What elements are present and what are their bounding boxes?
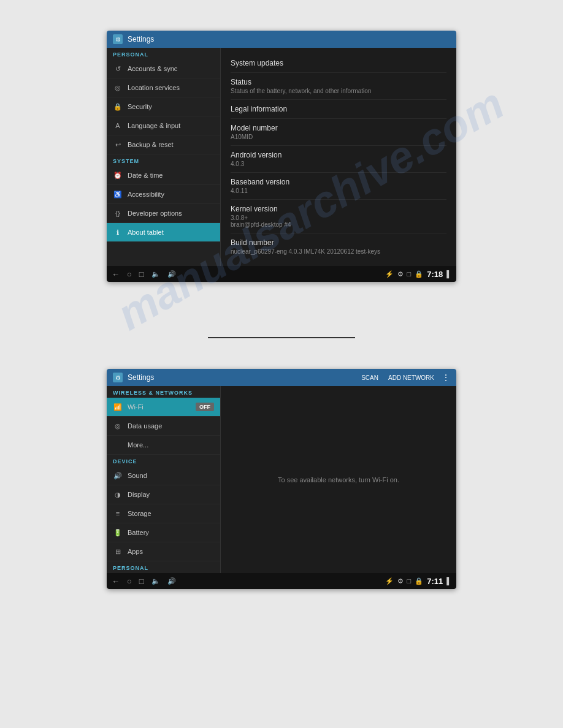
section-personal: PERSONAL (107, 48, 220, 59)
sidebar-item-storage[interactable]: ≡ Storage (107, 504, 220, 523)
sidebar-label-storage: Storage (128, 510, 151, 517)
vol-down-icon[interactable]: 🔈 (151, 270, 160, 278)
sidebar-item-about[interactable]: ℹ About tablet (107, 223, 220, 242)
sidebar-item-location[interactable]: ◎ Location services (107, 78, 220, 97)
recents-icon[interactable]: □ (139, 270, 144, 279)
title-bar-text: Settings (128, 35, 154, 44)
vol-up-icon[interactable]: 🔊 (167, 270, 176, 278)
kernel-title: Kernel version (231, 205, 446, 213)
status-bar-right-1: ⚡ ⚙ □ 🔒 7:18 ▌ (385, 270, 451, 279)
screenshot-1: ⚙ Settings PERSONAL ↺ Accounts & sync ◎ … (107, 31, 456, 282)
status-subtitle: Status of the battery, network, and othe… (231, 88, 446, 94)
scan-button[interactable]: SCAN (361, 374, 378, 381)
sidebar-label-data-usage: Data usage (128, 422, 162, 430)
accessibility-icon: ♿ (113, 189, 123, 199)
wifi-message: To see available networks, turn Wi-Fi on… (220, 386, 456, 573)
system-updates-title: System updates (231, 59, 446, 67)
battery-icon: ▌ (446, 270, 451, 278)
settings-icon: ⚙ (113, 34, 123, 44)
sidebar-1: PERSONAL ↺ Accounts & sync ◎ Location se… (107, 48, 220, 266)
model-value: A10MID (231, 134, 446, 140)
sidebar-item-developer[interactable]: {} Developer options (107, 204, 220, 223)
storage-icon: ≡ (113, 509, 123, 518)
info-build: Build number nuclear_p60297-eng 4.0.3 IM… (231, 233, 446, 260)
info-legal[interactable]: Legal information (231, 100, 446, 119)
vol-down-icon-2[interactable]: 🔈 (151, 577, 160, 585)
sync-icon: ⚙ (397, 270, 404, 278)
battery-icon-2: 🔋 (113, 528, 123, 537)
sidebar-label-wifi: Wi-Fi (128, 403, 144, 411)
wifi-icon: 📶 (113, 402, 123, 412)
back-icon-2[interactable]: ← (112, 577, 120, 586)
sidebar-item-display[interactable]: ◑ Display (107, 485, 220, 504)
wifi-toggle[interactable]: OFF (196, 403, 214, 411)
right-panel-1: System updates Status Status of the batt… (220, 48, 456, 266)
sidebar-label-battery: Battery (128, 529, 149, 536)
info-system-updates[interactable]: System updates (231, 54, 446, 73)
info-kernel: Kernel version 3.0.8+brain@pfd-desktop #… (231, 200, 446, 233)
settings-body-1: PERSONAL ↺ Accounts & sync ◎ Location se… (107, 48, 456, 266)
sidebar-item-accessibility[interactable]: ♿ Accessibility (107, 185, 220, 204)
battery-icon-3: ▌ (446, 577, 451, 585)
sidebar-item-accounts[interactable]: ↺ Accounts & sync (107, 59, 220, 78)
add-network-button[interactable]: ADD NETWORK (388, 374, 434, 381)
back-icon[interactable]: ← (112, 270, 120, 279)
status-time-2: 7:11 (427, 577, 443, 586)
language-icon: A (113, 121, 123, 131)
sidebar-item-security[interactable]: 🔒 Security (107, 97, 220, 116)
section-system: SYSTEM (107, 154, 220, 166)
baseband-value: 4.0.11 (231, 188, 446, 194)
settings-icon-2: ⚙ (113, 373, 123, 382)
lock-icon-2: 🔒 (415, 577, 423, 585)
sidebar-2: WIRELESS & NETWORKS 📶 Wi-Fi OFF ◎ Data u… (107, 386, 220, 573)
sync-icon-2: ⚙ (397, 577, 404, 585)
sidebar-label-location: Location services (128, 84, 180, 91)
sidebar-item-data-usage[interactable]: ◎ Data usage (107, 417, 220, 436)
sidebar-item-wifi[interactable]: 📶 Wi-Fi OFF (107, 398, 220, 417)
sidebar-label-accessibility: Accessibility (128, 191, 164, 198)
recents-icon-2[interactable]: □ (139, 577, 144, 586)
usb-icon: ⚡ (385, 270, 394, 278)
screen-icon-2: □ (407, 577, 412, 585)
datetime-icon: ⏰ (113, 170, 123, 180)
sidebar-item-battery[interactable]: 🔋 Battery (107, 523, 220, 542)
section-wireless: WIRELESS & NETWORKS (107, 386, 220, 398)
build-value: nuclear_p60297-eng 4.0.3 IML74K 20120612… (231, 248, 446, 255)
sidebar-item-datetime[interactable]: ⏰ Date & time (107, 166, 220, 185)
status-bar-2: ← ○ □ 🔈 🔊 ⚡ ⚙ □ 🔒 7:11 ▌ (107, 573, 456, 589)
accounts-icon: ↺ (113, 64, 123, 74)
sidebar-label-backup: Backup & reset (128, 141, 174, 148)
sidebar-label-about: About tablet (128, 229, 164, 236)
sidebar-item-more[interactable]: More... (107, 436, 220, 455)
baseband-title: Baseband version (231, 178, 446, 186)
more-dots-icon[interactable]: ⋮ (442, 373, 450, 382)
sidebar-label-sound: Sound (128, 472, 147, 479)
sidebar-label-more: More... (128, 441, 148, 449)
apps-icon: ⊞ (113, 547, 123, 556)
sidebar-label-datetime: Date & time (128, 172, 163, 179)
about-icon: ℹ (113, 227, 123, 237)
vol-up-icon-2[interactable]: 🔊 (167, 577, 176, 585)
sidebar-item-sound[interactable]: 🔊 Sound (107, 466, 220, 485)
sidebar-item-language[interactable]: A Language & input (107, 116, 220, 135)
location-icon: ◎ (113, 83, 123, 93)
sidebar-item-backup[interactable]: ↩ Backup & reset (107, 135, 220, 154)
title-bar-1: ⚙ Settings (107, 31, 456, 48)
home-icon-2[interactable]: ○ (127, 577, 132, 586)
status-title: Status (231, 78, 446, 86)
data-usage-icon: ◎ (113, 421, 123, 431)
sidebar-item-apps[interactable]: ⊞ Apps (107, 542, 220, 561)
home-icon[interactable]: ○ (127, 270, 132, 279)
display-icon: ◑ (113, 490, 123, 499)
security-icon: 🔒 (113, 102, 123, 112)
info-status[interactable]: Status Status of the battery, network, a… (231, 73, 446, 100)
developer-icon: {} (113, 208, 123, 218)
title-bar-2: ⚙ Settings SCAN ADD NETWORK ⋮ (107, 369, 456, 386)
info-model: Model number A10MID (231, 119, 446, 146)
status-bar-right-2: ⚡ ⚙ □ 🔒 7:11 ▌ (385, 577, 451, 586)
settings-body-2: WIRELESS & NETWORKS 📶 Wi-Fi OFF ◎ Data u… (107, 386, 456, 573)
sidebar-label-apps: Apps (128, 548, 143, 555)
status-bar-1: ← ○ □ 🔈 🔊 ⚡ ⚙ □ 🔒 7:18 ▌ (107, 266, 456, 282)
sidebar-label-developer: Developer options (128, 210, 182, 217)
screen-icon: □ (407, 270, 412, 278)
